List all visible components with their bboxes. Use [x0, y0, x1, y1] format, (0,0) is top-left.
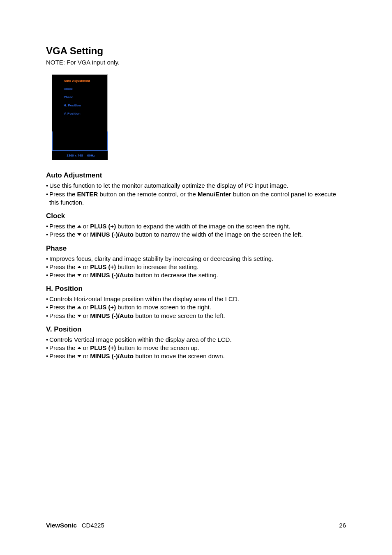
triangle-down-icon [77, 233, 81, 236]
osd-item-label: H. Position [64, 104, 81, 108]
bullet-mark: • [46, 271, 49, 279]
section-body: •Controls Horizontal Image position with… [46, 295, 346, 320]
page-footer: ViewSonicCD4225 26 [46, 521, 346, 530]
osd-menu: Auto Adjustment Clock Phase H. Position … [52, 74, 108, 161]
section-body: •Use this function to let the monitor au… [46, 182, 346, 207]
triangle-up-icon [77, 266, 81, 268]
bullet-text: Press the or PLUS (+) button to increase… [49, 263, 346, 271]
bullet-text: Press the or MINUS (-)/Auto button to mo… [49, 312, 346, 320]
osd-item-label: Phase [64, 95, 74, 100]
bullet-mark: • [46, 222, 49, 230]
triangle-down-icon [77, 315, 81, 317]
triangle-down-icon [77, 355, 81, 357]
section-heading: Auto Adjustment [46, 171, 346, 180]
osd-item: Phase [55, 95, 105, 100]
bold-text: PLUS (+) [90, 344, 116, 351]
osd-spacer [55, 120, 105, 127]
section-body: •Controls Vertical Image position within… [46, 336, 346, 361]
bullet-mark: • [46, 295, 49, 303]
bullet-text: Press the ENTER button on the remote con… [49, 190, 346, 207]
osd-icon-spacer [55, 104, 61, 108]
bullet-item: •Controls Vertical Image position within… [46, 336, 346, 344]
bullet-mark: • [46, 344, 49, 352]
bullet-item: •Press the or MINUS (-)/Auto button to n… [46, 230, 346, 239]
section-heading: V. Position [46, 325, 346, 334]
bullet-text: Use this function to let the monitor aut… [49, 182, 346, 190]
bullet-mark: • [46, 336, 49, 344]
bullet-text: Press the or MINUS (-)/Auto button to mo… [49, 352, 346, 360]
bullet-mark: • [46, 182, 49, 190]
bold-text: PLUS (+) [90, 263, 116, 270]
bullet-mark: • [46, 255, 49, 263]
bullet-item: •Press the or PLUS (+) button to expand … [46, 222, 346, 230]
osd-icon-spacer [55, 112, 61, 116]
bullet-mark: • [46, 312, 49, 320]
osd-status-bar: 1360 x 768 60Hz [52, 151, 108, 161]
bold-text: MINUS (-)/Auto [90, 312, 134, 319]
bold-text: MINUS (-)/Auto [90, 231, 134, 238]
bullet-item: •Use this function to let the monitor au… [46, 182, 346, 190]
footer-model: CD4225 [82, 522, 104, 529]
triangle-up-icon [77, 225, 81, 228]
osd-item-label: V. Position [64, 112, 81, 116]
bold-text: MINUS (-)/Auto [90, 272, 134, 279]
bullet-text: Press the or PLUS (+) button to move scr… [49, 303, 346, 311]
osd-preview-box [52, 131, 108, 151]
bullet-item: •Press the or MINUS (-)/Auto button to d… [46, 271, 346, 279]
bullet-mark: • [46, 263, 49, 271]
bullet-mark: • [46, 230, 49, 239]
osd-setting-icon [55, 79, 61, 83]
bullet-text: Press the or MINUS (-)/Auto button to de… [49, 271, 346, 279]
osd-menu-top: Auto Adjustment Clock Phase H. Position … [52, 74, 108, 132]
bullet-mark: • [46, 190, 49, 198]
bold-text: Menu/Enter [198, 191, 231, 198]
section-body: •Press the or PLUS (+) button to expand … [46, 222, 346, 239]
osd-item-label: Auto Adjustment [64, 79, 90, 83]
bullet-item: •Controls Horizontal Image position with… [46, 295, 346, 303]
osd-resolution: 1360 x 768 [67, 154, 83, 158]
page-number: 26 [339, 521, 346, 530]
input-note: NOTE: For VGA input only. [46, 58, 346, 67]
bullet-mark: • [46, 352, 49, 360]
bold-text: MINUS (-)/Auto [90, 352, 134, 359]
bold-text: PLUS (+) [90, 304, 116, 311]
page-title: VGA Setting [46, 44, 346, 58]
section-heading: Phase [46, 244, 346, 253]
osd-icon-spacer [55, 96, 61, 100]
section-heading: Clock [46, 212, 346, 221]
osd-refresh: 60Hz [87, 154, 95, 158]
bullet-text: Press the or PLUS (+) button to move the… [49, 344, 346, 352]
triangle-up-icon [77, 347, 81, 349]
bullet-text: Press the or MINUS (-)/Auto button to na… [49, 230, 346, 239]
osd-item-label: Clock [64, 87, 73, 92]
bullet-text: Controls Horizontal Image position withi… [49, 295, 346, 303]
bold-text: ENTER [77, 191, 98, 198]
bullet-item: •Press the or PLUS (+) button to move th… [46, 344, 346, 352]
osd-item: Auto Adjustment [55, 79, 105, 84]
bullet-item: •Press the or MINUS (-)/Auto button to m… [46, 352, 346, 360]
bullet-item: •Improves focus, clarity and image stabi… [46, 255, 346, 263]
triangle-down-icon [77, 274, 81, 276]
footer-brand: ViewSonic [46, 522, 77, 529]
osd-icon-spacer [55, 88, 61, 92]
bullet-item: •Press the or PLUS (+) button to move sc… [46, 303, 346, 311]
bold-text: PLUS (+) [90, 223, 116, 230]
osd-item: V. Position [55, 112, 105, 117]
triangle-up-icon [77, 306, 81, 309]
bullet-text: Controls Vertical Image position within … [49, 336, 346, 344]
osd-item: Clock [55, 87, 105, 92]
bullet-item: •Press the or PLUS (+) button to increas… [46, 263, 346, 271]
bullet-text: Improves focus, clarity and image stabil… [49, 255, 346, 263]
bullet-text: Press the or PLUS (+) button to expand t… [49, 222, 346, 230]
bullet-mark: • [46, 303, 49, 311]
section-heading: H. Position [46, 284, 346, 294]
bullet-item: •Press the ENTER button on the remote co… [46, 190, 346, 207]
osd-item: H. Position [55, 104, 105, 108]
bullet-item: •Press the or MINUS (-)/Auto button to m… [46, 312, 346, 320]
section-body: •Improves focus, clarity and image stabi… [46, 255, 346, 280]
